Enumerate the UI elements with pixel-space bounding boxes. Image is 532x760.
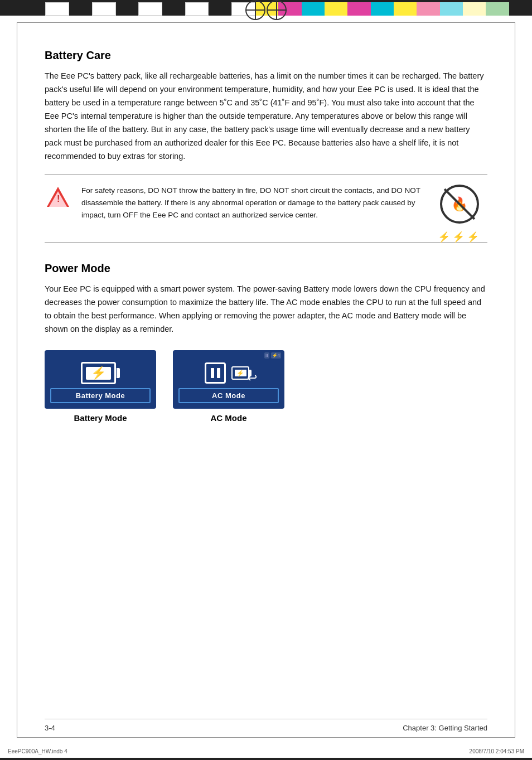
triangle-warning-icon: ! (47, 186, 69, 208)
footer: 3-4 Chapter 3: Getting Started (45, 719, 487, 732)
ac-bat-bolt: ⚡ (236, 370, 244, 377)
ac-bat-fill: ⚡ (235, 370, 246, 376)
seg-white-2 (92, 2, 116, 16)
battery-mode-caption: Battery Mode (74, 413, 127, 423)
no-diagonal-line (444, 188, 476, 220)
ac-label-small-1: II (264, 352, 269, 359)
pause-bar-1 (211, 368, 214, 378)
seg-black-6 (209, 2, 231, 16)
warning-icon: ! (45, 186, 71, 208)
ac-mode-screen: II ⚡4 ⚡ (173, 350, 284, 409)
main-content: Battery Care The Eee PC's battery pack, … (0, 16, 532, 476)
seg-cyan-2 (371, 2, 394, 16)
ac-icon-area: ⚡ ↩ (178, 358, 279, 388)
bottom-file-text: EeePC900A_HW.indb 4 (8, 748, 67, 754)
power-mode-body: Your Eee PC is equipped with a smart pow… (45, 283, 487, 336)
ac-top-labels: II ⚡4 (264, 352, 281, 359)
power-mode-title: Power Mode (45, 262, 487, 275)
battery-icon-area: ⚡ (50, 358, 151, 388)
seg-white-4 (185, 2, 209, 16)
seg-black-4 (116, 2, 139, 16)
exclamation-mark: ! (57, 195, 60, 204)
seg-ltcyan (440, 2, 463, 16)
battery-fill: ⚡ (86, 367, 112, 380)
seg-yellow-3 (394, 2, 417, 16)
seg-black-3 (69, 2, 92, 16)
seg-black-5 (162, 2, 185, 16)
ac-icon-group: ⚡ ↩ (205, 362, 253, 384)
battery-icon-large: ⚡ (81, 361, 120, 385)
battery-care-title: Battery Care (45, 49, 487, 62)
ac-mode-caption: AC Mode (211, 413, 247, 423)
battery-tip (117, 368, 120, 378)
ac-plug-symbol: ↩ (247, 371, 257, 385)
no-symbol: 🔥 (440, 185, 479, 224)
battery-bolt: ⚡ (91, 367, 106, 379)
seg-black-end (509, 2, 532, 16)
top-bar-left (0, 2, 255, 16)
seg-magenta-2 (347, 2, 370, 16)
bolt-3: ⚡ (467, 231, 479, 243)
top-bar-right (255, 2, 532, 16)
battery-care-body: The Eee PC's battery pack, like all rech… (45, 70, 487, 163)
battery-mode-screen: ⚡ Battery Mode (45, 350, 156, 409)
chapter-text: Chapter 3: Getting Started (403, 724, 487, 732)
seg-black-1 (0, 2, 23, 16)
top-color-bar (0, 0, 532, 16)
bottom-timestamp: 2008/7/10 2:04:53 PM (470, 748, 524, 754)
hazard-image: 🔥 ⚡ ⚡ ⚡ (438, 185, 487, 232)
mode-images-container: ⚡ Battery Mode Battery Mode II ⚡4 (45, 350, 487, 423)
seg-black-2 (23, 2, 46, 16)
bolt-2: ⚡ (452, 231, 465, 243)
seg-ltgreen (486, 2, 509, 16)
seg-pink (417, 2, 439, 16)
seg-cyan-1 (302, 2, 325, 16)
battery-mode-wrapper: ⚡ Battery Mode Battery Mode (45, 350, 156, 423)
seg-white-1 (45, 2, 69, 16)
pause-bar-2 (217, 368, 220, 378)
bolt-1: ⚡ (438, 231, 450, 243)
no-fire-icon: 🔥 ⚡ ⚡ ⚡ (437, 185, 487, 232)
lightning-group: ⚡ ⚡ ⚡ (438, 231, 479, 243)
pause-icon (205, 362, 226, 384)
warning-box: ! For safety reasons, DO NOT throw the b… (45, 174, 487, 243)
ac-mode-wrapper: II ⚡4 ⚡ (173, 350, 284, 423)
ac-battery-small: ⚡ ↩ (231, 365, 253, 381)
seg-yellow-2 (325, 2, 347, 16)
page-number: 3-4 (45, 724, 55, 732)
bottom-bar: EeePC900A_HW.indb 4 2008/7/10 2:04:53 PM (0, 744, 532, 760)
battery-body: ⚡ (81, 362, 116, 384)
ac-mode-label-bar: AC Mode (178, 388, 279, 403)
seg-ltyellow (463, 2, 486, 16)
warning-text: For safety reasons, DO NOT throw the bat… (81, 185, 427, 221)
ac-label-small-2: ⚡4 (271, 352, 281, 359)
battery-mode-label-bar: Battery Mode (50, 388, 151, 403)
seg-white-3 (138, 2, 162, 16)
